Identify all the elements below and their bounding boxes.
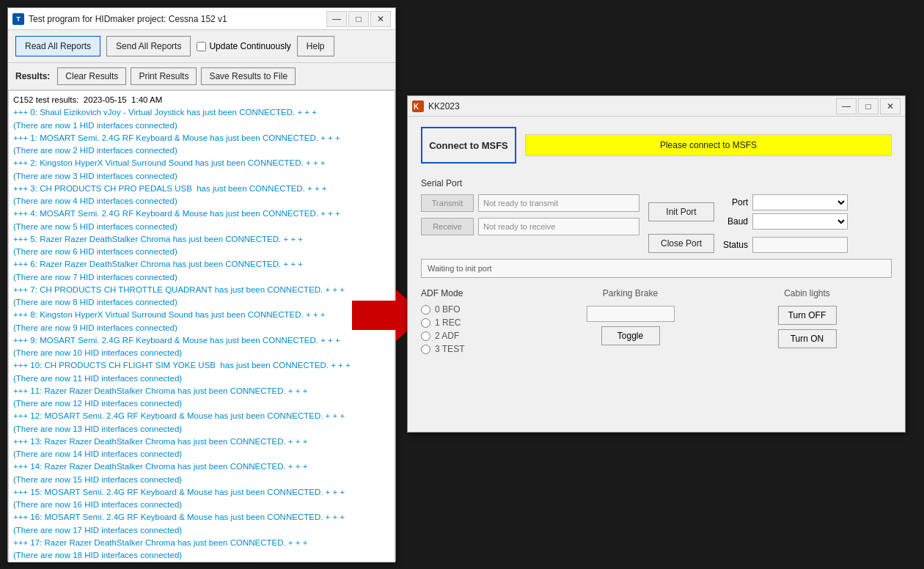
log-line: (There are now 9 HID interfaces connecte… xyxy=(13,322,390,334)
results-bar: Results: Clear Results Print Results Sav… xyxy=(8,63,395,90)
log-line: +++ 11: Razer Razer DeathStalker Chroma … xyxy=(13,385,390,397)
adf-radio-0[interactable] xyxy=(421,305,430,315)
log-line: (There are now 16 HID interfaces connect… xyxy=(13,499,390,511)
clear-results-button[interactable]: Clear Results xyxy=(57,67,126,85)
port-select[interactable] xyxy=(752,194,848,210)
main-window: T Test program for HIDmaker project: Ces… xyxy=(7,7,396,562)
cabin-lights-label: Cabin lights xyxy=(784,288,830,298)
save-results-button[interactable]: Save Results to File xyxy=(201,67,296,85)
waiting-bar: Waiting to init port xyxy=(421,259,892,278)
kk-close-button[interactable]: ✕ xyxy=(880,98,901,114)
baud-label: Baud xyxy=(719,216,748,227)
main-close-button[interactable]: ✕ xyxy=(370,11,391,27)
log-line: +++ 9: MOSART Semi. 2.4G RF Keyboard & M… xyxy=(13,334,390,347)
print-results-button[interactable]: Print Results xyxy=(131,67,197,85)
main-toolbar: Read All Reports Send All Reports Update… xyxy=(8,30,395,63)
baud-row: Baud xyxy=(719,213,848,230)
connect-row: Connect to MSFS Please connect to MSFS xyxy=(421,127,892,164)
turn-off-button[interactable]: Turn OFF xyxy=(778,306,837,325)
kk-window-controls: — □ ✕ xyxy=(836,98,901,114)
log-line: +++ 2: Kingston HyperX Virtual Surround … xyxy=(13,157,390,169)
kk-minimize-button[interactable]: — xyxy=(836,98,857,114)
log-line: +++ 18: MOSART Semi. 2.4G RF Keyboard & … xyxy=(13,562,390,562)
adf-option-0[interactable]: 0 BFO xyxy=(421,304,538,315)
log-area[interactable]: C152 test results: 2023-05-15 1:40 AM+++… xyxy=(8,90,395,562)
status-value-input xyxy=(752,237,848,253)
log-line: +++ 6: Razer Razer DeathStalker Chroma h… xyxy=(13,258,390,271)
log-line: +++ 5: Razer Razer DeathStalker Chroma h… xyxy=(13,233,390,246)
connect-msfs-button[interactable]: Connect to MSFS xyxy=(421,127,516,164)
serial-port-label: Serial Port xyxy=(421,178,892,188)
adf-radio-1[interactable] xyxy=(421,318,430,328)
kk-window: K KK2023 — □ ✕ Connect to MSFS Please co… xyxy=(407,95,906,433)
cabin-lights-section: Cabin lights Turn OFF Turn ON xyxy=(722,288,892,354)
port-row: Port xyxy=(719,194,848,210)
kk-title-bar: K KK2023 — □ ✕ xyxy=(408,96,905,117)
log-line: (There are now 13 HID interfaces connect… xyxy=(13,423,390,436)
transmit-status-input xyxy=(478,194,639,212)
log-line: +++ 8: Kingston HyperX Virtual Surround … xyxy=(13,309,390,321)
adf-label-3: 3 TEST xyxy=(435,344,464,354)
status-row: Status xyxy=(719,237,848,253)
svg-text:K: K xyxy=(414,103,419,111)
transmit-button[interactable]: Transmit xyxy=(421,194,474,212)
update-continuously-checkbox[interactable] xyxy=(197,42,206,51)
parking-brake-label: Parking Brake xyxy=(603,288,658,298)
help-button[interactable]: Help xyxy=(297,36,334,56)
log-line: (There are now 7 HID interfaces connecte… xyxy=(13,271,390,284)
receive-button[interactable]: Receive xyxy=(421,218,474,235)
log-line: (There are now 1 HID interfaces connecte… xyxy=(13,120,390,132)
close-port-row: Close Port Status xyxy=(648,234,848,253)
log-line: +++ 12: MOSART Semi. 2.4G RF Keyboard & … xyxy=(13,410,390,422)
adf-radio-group: 0 BFO 1 REC 2 ADF 3 TEST xyxy=(421,304,538,354)
update-continuously-checkbox-label[interactable]: Update Continuously xyxy=(197,41,290,51)
adf-mode-label: ADF Mode xyxy=(421,288,538,298)
port-label: Port xyxy=(719,197,748,208)
send-all-reports-button[interactable]: Send All Reports xyxy=(106,36,191,56)
log-line: (There are now 15 HID interfaces connect… xyxy=(13,474,390,486)
log-line: (There are now 6 HID interfaces connecte… xyxy=(13,246,390,258)
receive-status-input xyxy=(478,218,639,235)
log-line: +++ 13: Razer Razer DeathStalker Chroma … xyxy=(13,436,390,448)
log-line: +++ 3: CH PRODUCTS CH PRO PEDALS USB has… xyxy=(13,183,390,195)
log-line: (There are now 2 HID interfaces connecte… xyxy=(13,144,390,157)
log-line: (There are now 18 HID interfaces connect… xyxy=(13,549,390,562)
adf-option-2[interactable]: 2 ADF xyxy=(421,331,538,341)
adf-label-0: 0 BFO xyxy=(435,304,461,315)
log-line: +++ 0: Shaul Eizikovich vJoy - Virtual J… xyxy=(13,106,390,119)
log-line: (There are now 11 HID interfaces connect… xyxy=(13,372,390,385)
log-line: +++ 1: MOSART Semi. 2.4G RF Keyboard & M… xyxy=(13,132,390,144)
log-line: C152 test results: 2023-05-15 1:40 AM xyxy=(13,94,390,106)
log-line: (There are now 14 HID interfaces connect… xyxy=(13,448,390,460)
log-line: +++ 7: CH PRODUCTS CH THROTTLE QUADRANT … xyxy=(13,284,390,296)
kk-maximize-button[interactable]: □ xyxy=(858,98,879,114)
init-port-button[interactable]: Init Port xyxy=(648,202,714,221)
adf-label-1: 1 REC xyxy=(435,317,461,328)
results-label: Results: xyxy=(15,71,50,81)
main-maximize-button[interactable]: □ xyxy=(348,11,369,27)
log-line: +++ 17: Razer Razer DeathStalker Chroma … xyxy=(13,537,390,549)
adf-radio-3[interactable] xyxy=(421,345,430,354)
transmit-row: Transmit xyxy=(421,194,639,212)
adf-label-2: 2 ADF xyxy=(435,331,459,341)
baud-select[interactable] xyxy=(752,213,848,230)
log-line: +++ 10: CH PRODUCTS CH FLIGHT SIM YOKE U… xyxy=(13,359,390,372)
serial-left-panel: Transmit Receive xyxy=(421,194,639,253)
read-all-reports-button[interactable]: Read All Reports xyxy=(15,36,100,56)
msfs-status-banner: Please connect to MSFS xyxy=(525,134,892,156)
parking-brake-section: Parking Brake Toggle xyxy=(546,288,715,354)
main-window-controls: — □ ✕ xyxy=(326,11,391,27)
close-port-button[interactable]: Close Port xyxy=(648,234,714,253)
kk-window-icon: K xyxy=(412,100,424,112)
toggle-parking-button[interactable]: Toggle xyxy=(601,326,660,345)
adf-option-1[interactable]: 1 REC xyxy=(421,317,538,328)
main-title-bar: T Test program for HIDmaker project: Ces… xyxy=(8,8,395,30)
main-minimize-button[interactable]: — xyxy=(326,11,347,27)
main-window-icon: T xyxy=(12,13,24,25)
adf-option-3[interactable]: 3 TEST xyxy=(421,344,538,354)
turn-on-button[interactable]: Turn ON xyxy=(778,329,837,348)
main-window-title: Test program for HIDmaker project: Cessn… xyxy=(29,14,326,24)
receive-row: Receive xyxy=(421,218,639,235)
kk-window-title: KK2023 xyxy=(428,101,836,111)
adf-radio-2[interactable] xyxy=(421,331,430,341)
